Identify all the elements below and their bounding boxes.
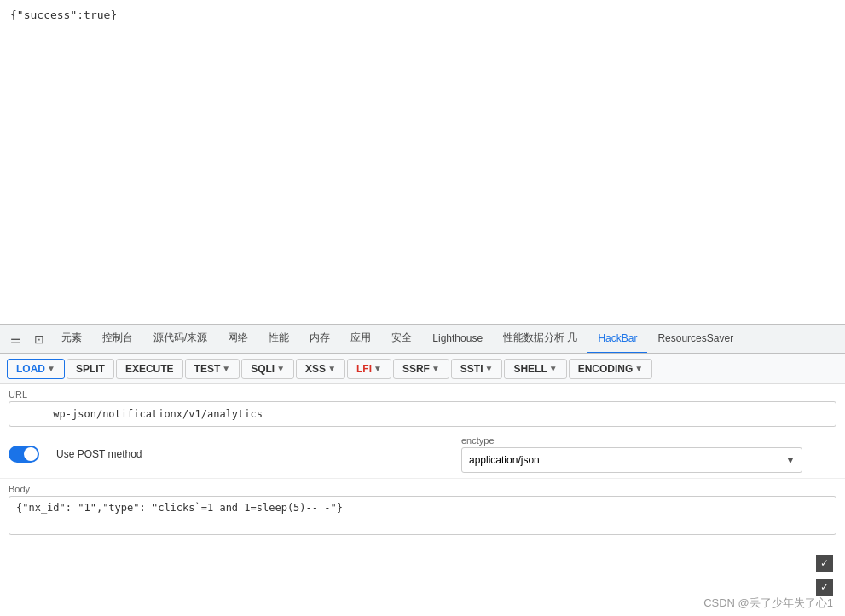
tab-hackbar[interactable]: HackBar bbox=[587, 324, 647, 354]
tab-lighthouse[interactable]: Lighthouse bbox=[422, 324, 493, 354]
response-area: {"success":true} bbox=[0, 0, 845, 324]
devtools-icon2[interactable]: ⊡ bbox=[27, 327, 51, 351]
encoding-button[interactable]: ENCODING ▼ bbox=[569, 359, 653, 379]
load-button[interactable]: LOAD ▼ bbox=[7, 359, 65, 379]
ssti-dropdown-icon: ▼ bbox=[485, 364, 494, 373]
split-button[interactable]: SPLIT bbox=[67, 359, 114, 379]
tab-sources[interactable]: 源代码/来源 bbox=[143, 324, 217, 354]
body-label: Body bbox=[9, 484, 836, 494]
devtools-icon1[interactable]: ⚌ bbox=[3, 327, 27, 351]
enctype-section: enctype application/json application/x-w… bbox=[461, 435, 836, 473]
body-textarea[interactable]: {"nx_id": "1","type": "clicks`=1 and 1=s… bbox=[9, 496, 836, 535]
hackbar-toolbar: LOAD ▼ SPLIT EXECUTE TEST ▼ SQLI ▼ XSS ▼… bbox=[0, 354, 845, 384]
xss-dropdown-icon: ▼ bbox=[327, 364, 336, 373]
tab-perf-analytics[interactable]: 性能数据分析 几 bbox=[493, 324, 587, 354]
post-method-toggle[interactable] bbox=[9, 446, 39, 463]
tab-application[interactable]: 应用 bbox=[340, 324, 381, 354]
enctype-select[interactable]: application/json application/x-www-form-… bbox=[461, 447, 802, 473]
tab-console[interactable]: 控制台 bbox=[92, 324, 143, 354]
shell-dropdown-icon: ▼ bbox=[549, 364, 558, 373]
watermark: CSDN @丢了少年失了心1 bbox=[703, 596, 833, 611]
url-input[interactable] bbox=[9, 401, 836, 427]
sqli-dropdown-icon: ▼ bbox=[276, 364, 285, 373]
encoding-dropdown-icon: ▼ bbox=[634, 364, 643, 373]
tab-resources-saver[interactable]: ResourcesSaver bbox=[647, 324, 744, 354]
check-icon-2: ✓ bbox=[820, 581, 829, 593]
lfi-dropdown-icon: ▼ bbox=[373, 364, 382, 373]
url-section: URL bbox=[0, 384, 845, 430]
execute-button[interactable]: EXECUTE bbox=[116, 359, 183, 379]
tab-elements[interactable]: 元素 bbox=[51, 324, 92, 354]
post-method-row: Use POST method enctype application/json… bbox=[0, 430, 845, 479]
lfi-button[interactable]: LFI ▼ bbox=[347, 359, 391, 379]
enctype-label: enctype bbox=[461, 435, 836, 446]
test-button[interactable]: TEST ▼ bbox=[185, 359, 240, 379]
tab-network[interactable]: 网络 bbox=[217, 324, 258, 354]
shell-button[interactable]: SHELL ▼ bbox=[504, 359, 566, 379]
ssti-button[interactable]: SSTI ▼ bbox=[451, 359, 503, 379]
ssrf-dropdown-icon: ▼ bbox=[431, 364, 440, 373]
tab-memory[interactable]: 内存 bbox=[299, 324, 340, 354]
enctype-row: application/json application/x-www-form-… bbox=[461, 447, 836, 473]
tab-performance[interactable]: 性能 bbox=[258, 324, 299, 354]
body-section: Body {"nx_id": "1","type": "clicks`=1 an… bbox=[0, 479, 845, 541]
check-icon: ✓ bbox=[820, 557, 829, 569]
xss-button[interactable]: XSS ▼ bbox=[296, 359, 345, 379]
url-label: URL bbox=[9, 389, 836, 400]
test-dropdown-icon: ▼ bbox=[222, 364, 230, 373]
side-btn-1[interactable]: ✓ bbox=[816, 555, 833, 572]
side-btn-2[interactable]: ✓ bbox=[816, 579, 833, 596]
load-dropdown-icon: ▼ bbox=[47, 364, 55, 373]
post-method-label: Use POST method bbox=[56, 448, 142, 460]
bottom-right-area: ✓ ✓ bbox=[816, 555, 833, 596]
ssrf-button[interactable]: SSRF ▼ bbox=[393, 359, 449, 379]
sqli-button[interactable]: SQLI ▼ bbox=[241, 359, 294, 379]
tab-security[interactable]: 安全 bbox=[381, 324, 422, 354]
devtools-tabbar: ⚌ ⊡ 元素 控制台 源代码/来源 网络 性能 内存 应用 安全 Lightho… bbox=[0, 324, 845, 354]
response-text: {"success":true} bbox=[10, 9, 117, 21]
